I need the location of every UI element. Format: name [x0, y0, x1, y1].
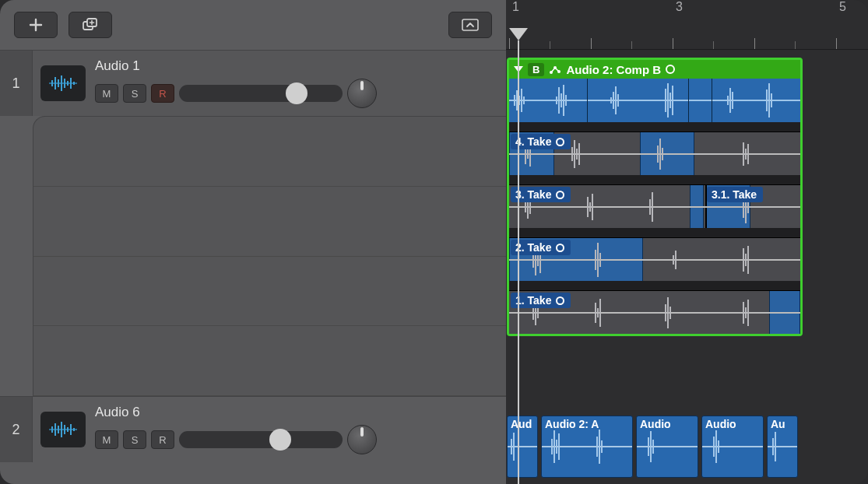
audio-region[interactable]: Au [767, 416, 798, 478]
loop-indicator-icon [666, 65, 675, 74]
track-type-audio-icon [40, 65, 86, 101]
ruler-mark: 3 [676, 0, 683, 14]
comp-title: Audio 2: Comp B [566, 63, 661, 76]
track-name[interactable]: Audio 6 [95, 405, 497, 420]
track-header-1[interactable]: 1 Audio [0, 50, 506, 116]
record-enable-button[interactable]: R [151, 84, 174, 103]
audio-region[interactable]: Audio 2: A [541, 416, 633, 478]
arrange-area[interactable]: 1 3 5 B [506, 0, 868, 484]
track-2-clips: Aud Audio 2: A Audio Audio [507, 416, 798, 478]
take-label[interactable]: 1. Take [511, 293, 571, 308]
track-number: 2 [0, 397, 33, 462]
solo-button[interactable]: S [123, 430, 146, 449]
mute-button[interactable]: M [95, 84, 118, 103]
track-type-audio-icon [40, 412, 86, 447]
add-track-button[interactable] [14, 12, 58, 38]
take-lane[interactable]: 1. Take [509, 290, 800, 334]
audio-region[interactable]: Aud [507, 416, 538, 478]
playhead-line [518, 40, 519, 484]
ruler-mark: 1 [512, 0, 519, 14]
take-folder-lanes [33, 116, 506, 396]
record-enable-button[interactable]: R [151, 430, 174, 449]
duplicate-track-button[interactable] [69, 12, 112, 38]
toolbar [0, 0, 506, 50]
audio-region[interactable]: Audio [636, 416, 698, 478]
track-header-2[interactable]: 2 Audio [0, 396, 506, 462]
svg-rect-2 [462, 19, 478, 30]
track-header-panel: 1 Audio [0, 0, 506, 484]
pan-knob[interactable] [347, 79, 377, 108]
pan-knob[interactable] [347, 425, 377, 454]
track-number: 1 [0, 51, 33, 116]
bar-ruler[interactable]: 1 3 5 [506, 0, 868, 50]
take-label[interactable]: 3. Take [511, 187, 571, 202]
take-lane[interactable]: 2. Take [509, 237, 800, 281]
track-name[interactable]: Audio 1 [95, 58, 497, 74]
quick-swipe-icon [549, 64, 561, 75]
take-lane[interactable]: 3. Take 3.1. Take [509, 184, 800, 228]
take-label[interactable]: 2. Take [511, 240, 571, 255]
ruler-mark: 5 [839, 0, 846, 14]
take-folder-region[interactable]: B Audio 2: Comp B [507, 58, 803, 336]
collapse-header-button[interactable] [448, 12, 492, 38]
mute-button[interactable]: M [95, 430, 118, 449]
take-label[interactable]: 4. Take [511, 134, 571, 149]
volume-slider[interactable] [179, 431, 343, 448]
comp-header[interactable]: B Audio 2: Comp B [509, 60, 800, 79]
playhead-icon[interactable] [509, 28, 528, 40]
comp-waveform[interactable] [509, 79, 800, 122]
comp-badge: B [528, 63, 544, 76]
solo-button[interactable]: S [123, 84, 146, 103]
volume-slider[interactable] [179, 85, 343, 102]
take-split-label[interactable]: 3.1. Take [707, 187, 763, 202]
audio-region[interactable]: Audio [701, 416, 764, 478]
take-lane[interactable]: 4. Take [509, 132, 800, 175]
